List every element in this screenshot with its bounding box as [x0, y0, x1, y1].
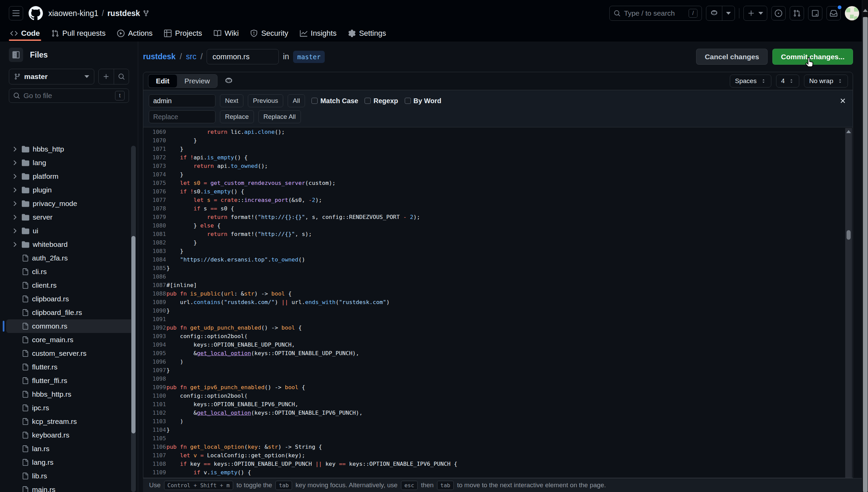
chevron-right-icon[interactable]	[11, 241, 18, 248]
code-line[interactable]: 1106pub fn get_local_option(key: &str) -…	[143, 443, 853, 451]
find-all-button[interactable]: All	[288, 94, 305, 107]
code-line[interactable]: 1073 return api.to_owned();	[143, 162, 853, 170]
chevron-right-icon[interactable]	[11, 159, 18, 166]
notifications-button[interactable]	[826, 6, 841, 20]
code-line[interactable]: 1099pub fn get_ipv6_punch_enabled() -> b…	[143, 383, 853, 392]
code-line[interactable]: 1082 }	[143, 238, 853, 247]
code-line[interactable]: 1078 if s == s0 {	[143, 204, 853, 213]
tree-file-core_main.rs[interactable]: core_main.rs	[6, 333, 134, 347]
replace-button[interactable]: Replace	[220, 110, 254, 123]
code-line[interactable]: 1080 } else {	[143, 221, 853, 230]
scroll-up-arrow-icon[interactable]	[846, 130, 851, 133]
search-files-button[interactable]	[114, 69, 129, 84]
new-file-button[interactable]	[99, 69, 114, 84]
sidebar-scrollbar[interactable]	[131, 146, 136, 492]
code-line[interactable]: 1098	[143, 375, 853, 383]
nav-tab-code[interactable]: Code	[5, 27, 45, 40]
chevron-right-icon[interactable]	[11, 213, 18, 221]
code-line[interactable]: 1069 return lic.api.clone();	[143, 128, 853, 136]
code-line[interactable]: 1081 return format!("http://{}", s);	[143, 230, 853, 238]
code-line[interactable]: 1076 if !s0.is_empty() {	[143, 187, 853, 196]
code-line[interactable]: 1096 )	[143, 358, 853, 366]
tree-file-clipboard.rs[interactable]: clipboard.rs	[6, 292, 134, 306]
code-line[interactable]: 1085}	[143, 264, 853, 272]
code-line[interactable]: 1107 let v = LocalConfig::get_option(key…	[143, 451, 853, 460]
tree-file-ipc.rs[interactable]: ipc.rs	[6, 401, 134, 415]
code-line[interactable]: 1075 let s0 = get_custom_rendezvous_serv…	[143, 179, 853, 187]
tree-file-lang.rs[interactable]: lang.rs	[6, 456, 134, 469]
replace-all-button[interactable]: Replace All	[258, 110, 301, 123]
copilot-button[interactable]	[706, 6, 722, 20]
tree-file-auth_2fa.rs[interactable]: auth_2fa.rs	[6, 251, 134, 265]
code-line[interactable]: 1100 config::option2bool(	[143, 392, 853, 400]
go-to-file-input[interactable]: Go to file t	[9, 89, 129, 103]
tree-file-lib.rs[interactable]: lib.rs	[6, 469, 134, 483]
breadcrumb-src-link[interactable]: src	[186, 52, 196, 61]
page-scrollbar[interactable]	[862, 0, 868, 492]
breadcrumb-repo-link[interactable]: rustdesk	[143, 52, 176, 61]
global-search-input[interactable]: Type / to search /	[609, 6, 702, 21]
code-line[interactable]: 1070 }	[143, 136, 853, 145]
commit-changes-button[interactable]: Commit changes...	[772, 49, 853, 65]
code-line[interactable]: 1097}	[143, 366, 853, 375]
close-find-button[interactable]	[838, 96, 848, 106]
tree-file-main.rs[interactable]: main.rs	[6, 483, 134, 492]
find-next-button[interactable]: Next	[220, 94, 243, 107]
code-line[interactable]: 1074 }	[143, 170, 853, 179]
code-line[interactable]: 1087#[inline]	[143, 281, 853, 289]
tree-file-lan.rs[interactable]: lan.rs	[6, 442, 134, 456]
repositories-button[interactable]	[808, 6, 822, 20]
code-line[interactable]: 1072 if !api.is_empty() {	[143, 153, 853, 162]
code-line[interactable]: 1101 keys::OPTION_ENABLE_IPV6_PUNCH,	[143, 400, 853, 409]
editor-scrollbar-thumb[interactable]	[847, 230, 851, 240]
code-line[interactable]: 1095 &get_local_option(keys::OPTION_ENAB…	[143, 349, 853, 358]
code-line[interactable]: 1102 &get_local_option(keys::OPTION_ENAB…	[143, 409, 853, 417]
tree-folder-server[interactable]: server	[6, 210, 134, 224]
hamburger-menu-button[interactable]	[9, 6, 23, 20]
scroll-up-arrow-icon[interactable]	[863, 9, 868, 12]
code-line[interactable]: 1086	[143, 272, 853, 281]
tree-folder-platform[interactable]: platform	[6, 170, 134, 183]
nav-tab-actions[interactable]: Actions	[112, 27, 157, 40]
nav-tab-pull-requests[interactable]: Pull requests	[47, 27, 110, 40]
code-line[interactable]: 1077 let s = crate::increase_port(&s0, -…	[143, 196, 853, 204]
copilot-menu-button[interactable]	[722, 6, 735, 20]
tree-folder-ui[interactable]: ui	[6, 224, 134, 238]
tree-file-keyboard.rs[interactable]: keyboard.rs	[6, 428, 134, 442]
tree-file-common.rs[interactable]: common.rs	[6, 319, 134, 333]
tree-folder-privacy_mode[interactable]: privacy_mode	[6, 197, 134, 210]
by-word-checkbox[interactable]: By Word	[405, 97, 441, 105]
code-line[interactable]: 1094 keys::OPTION_ENABLE_UDP_PUNCH,	[143, 340, 853, 349]
code-line[interactable]: 1103 )	[143, 417, 853, 426]
indent-size-select[interactable]: 4	[776, 75, 800, 88]
tree-file-flutter_ffi.rs[interactable]: flutter_ffi.rs	[6, 374, 134, 387]
replace-input[interactable]	[149, 110, 215, 123]
tree-file-custom_server.rs[interactable]: custom_server.rs	[6, 347, 134, 360]
nav-tab-security[interactable]: Security	[245, 27, 293, 40]
code-line[interactable]: 1091	[143, 315, 853, 323]
nav-tab-projects[interactable]: Projects	[159, 27, 207, 40]
filename-input[interactable]	[207, 49, 279, 64]
code-line[interactable]: 1084 "https://desk.ersansi.top".to_owned…	[143, 255, 853, 264]
regexp-checkbox[interactable]: Regexp	[365, 97, 398, 105]
branch-selector[interactable]: master	[9, 69, 94, 84]
code-line[interactable]: 1083 }	[143, 247, 853, 255]
page-scrollbar-thumb[interactable]	[863, 17, 868, 492]
tree-file-clipboard_file.rs[interactable]: clipboard_file.rs	[6, 306, 134, 319]
editor-scrollbar[interactable]	[845, 128, 852, 478]
tree-file-cli.rs[interactable]: cli.rs	[6, 265, 134, 279]
chevron-right-icon[interactable]	[11, 173, 18, 180]
tree-folder-whiteboard[interactable]: whiteboard	[6, 238, 134, 251]
repo-name-link[interactable]: rustdesk	[107, 9, 140, 18]
issues-button[interactable]	[771, 6, 786, 20]
tab-edit[interactable]: Edit	[148, 75, 177, 88]
tree-file-flutter.rs[interactable]: flutter.rs	[6, 360, 134, 374]
tab-preview[interactable]: Preview	[177, 75, 218, 88]
code-line[interactable]: 1105	[143, 434, 853, 443]
code-line[interactable]: 1108 if key == keys::OPTION_ENABLE_UDP_P…	[143, 460, 853, 468]
chevron-right-icon[interactable]	[11, 186, 18, 194]
sidebar-scrollbar-thumb[interactable]	[131, 236, 135, 433]
create-new-button[interactable]	[743, 6, 767, 21]
tree-folder-plugin[interactable]: plugin	[6, 183, 134, 197]
code-line[interactable]: 1071 }	[143, 145, 853, 153]
